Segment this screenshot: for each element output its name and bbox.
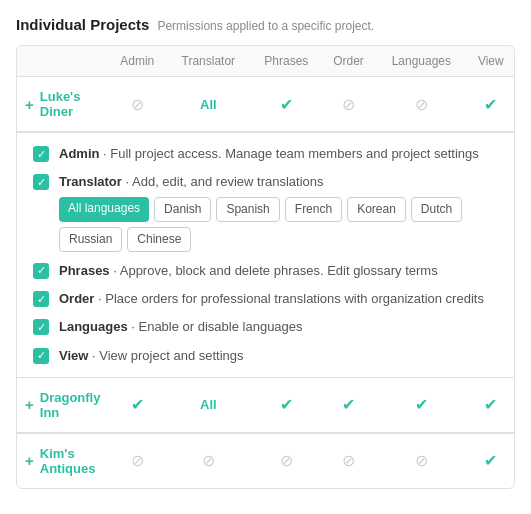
expand-icon[interactable]: + [25,96,34,113]
translator-cell: All [166,77,251,132]
projects-table-wrap: Admin Translator Phrases Order Languages… [16,45,515,489]
check-icon: ✔ [484,452,497,469]
phrases-desc: · Approve, block and delete phrases. Edi… [113,263,437,278]
phrases-checkbox[interactable]: ✓ [33,263,49,279]
translator-checkbox[interactable]: ✓ [33,174,49,190]
languages-cell: ⊘ [375,433,467,488]
col-project [17,46,108,77]
block-icon: ⊘ [415,96,428,113]
detail-panel: ✓ Admin · Full project access. Manage te… [17,132,514,377]
block-icon: ⊘ [342,96,355,113]
view-cell: ✔ [468,77,514,132]
block-icon: ⊘ [202,452,215,469]
view-detail: ✓ View · View project and settings [33,347,498,365]
project-name[interactable]: Kim's Antiques [40,446,101,476]
lang-tag-russian[interactable]: Russian [59,227,122,252]
all-label: All [200,97,217,112]
order-checkbox[interactable]: ✓ [33,291,49,307]
admin-desc: · Full project access. Manage team membe… [103,146,479,161]
lang-tag-french[interactable]: French [285,197,342,222]
admin-detail: ✓ Admin · Full project access. Manage te… [33,145,498,163]
col-translator: Translator [166,46,251,77]
lang-tag-chinese[interactable]: Chinese [127,227,191,252]
order-cell: ⊘ [322,77,375,132]
block-icon: ⊘ [280,452,293,469]
order-cell: ✔ [322,377,375,433]
check-icon: ✔ [280,96,293,113]
view-desc: · View project and settings [92,348,244,363]
translator-cell: All [166,377,251,433]
table-row: + Kim's Antiques ⊘ ⊘ ⊘ ⊘ [17,433,514,488]
all-label: All [200,397,217,412]
order-detail: ✓ Order · Place orders for professional … [33,290,498,308]
view-label: View [59,348,88,363]
block-icon: ⊘ [342,452,355,469]
phrases-detail: ✓ Phrases · Approve, block and delete ph… [33,262,498,280]
table-header-row: Admin Translator Phrases Order Languages… [17,46,514,77]
block-icon: ⊘ [415,452,428,469]
view-cell: ✔ [468,377,514,433]
translator-cell: ⊘ [166,433,251,488]
check-icon: ✔ [280,396,293,413]
check-icon: ✔ [484,396,497,413]
check-icon: ✔ [415,396,428,413]
phrases-cell: ✔ [251,77,322,132]
col-languages: Languages [375,46,467,77]
projects-table: Admin Translator Phrases Order Languages… [17,46,514,488]
order-cell: ⊘ [322,433,375,488]
admin-cell: ⊘ [108,433,166,488]
languages-checkbox[interactable]: ✓ [33,319,49,335]
language-tags: All languages Danish Spanish French Kore… [59,197,498,252]
table-row: + Luke's Diner ⊘ All ✔ ⊘ [17,77,514,132]
languages-detail: ✓ Languages · Enable or disable language… [33,318,498,336]
phrases-cell: ✔ [251,377,322,433]
col-phrases: Phrases [251,46,322,77]
section-title: Individual Projects [16,16,149,33]
col-view: View [468,46,514,77]
col-admin: Admin [108,46,166,77]
project-name[interactable]: Luke's Diner [40,89,101,119]
check-icon: ✔ [131,396,144,413]
translator-desc: · Add, edit, and review translations [125,174,323,189]
admin-label: Admin [59,146,99,161]
lang-tag-all[interactable]: All languages [59,197,149,222]
translator-detail: ✓ Translator · Add, edit, and review tra… [33,173,498,252]
view-cell: ✔ [468,433,514,488]
phrases-cell: ⊘ [251,433,322,488]
translator-label: Translator [59,174,122,189]
expand-icon[interactable]: + [25,452,34,469]
check-icon: ✔ [342,396,355,413]
admin-cell: ✔ [108,377,166,433]
lang-tag-spanish[interactable]: Spanish [216,197,279,222]
section-subtitle: Permissions applied to a specific projec… [157,19,374,33]
check-icon: ✔ [484,96,497,113]
admin-cell: ⊘ [108,77,166,132]
languages-label: Languages [59,319,128,334]
lang-tag-danish[interactable]: Danish [154,197,211,222]
block-icon: ⊘ [131,96,144,113]
languages-desc: · Enable or disable languages [131,319,302,334]
order-desc: · Place orders for professional translat… [98,291,484,306]
page-container: Individual Projects Permissions applied … [0,0,531,505]
section-header: Individual Projects Permissions applied … [16,16,515,33]
languages-cell: ✔ [375,377,467,433]
phrases-label: Phrases [59,263,110,278]
detail-panel-row: ✓ Admin · Full project access. Manage te… [17,132,514,378]
project-name[interactable]: Dragonfly Inn [40,390,101,420]
table-row: + Dragonfly Inn ✔ All ✔ ✔ [17,377,514,433]
lang-tag-dutch[interactable]: Dutch [411,197,462,222]
col-order: Order [322,46,375,77]
order-label: Order [59,291,94,306]
expand-icon[interactable]: + [25,396,34,413]
admin-checkbox[interactable]: ✓ [33,146,49,162]
lang-tag-korean[interactable]: Korean [347,197,406,222]
block-icon: ⊘ [131,452,144,469]
view-checkbox[interactable]: ✓ [33,348,49,364]
languages-cell: ⊘ [375,77,467,132]
